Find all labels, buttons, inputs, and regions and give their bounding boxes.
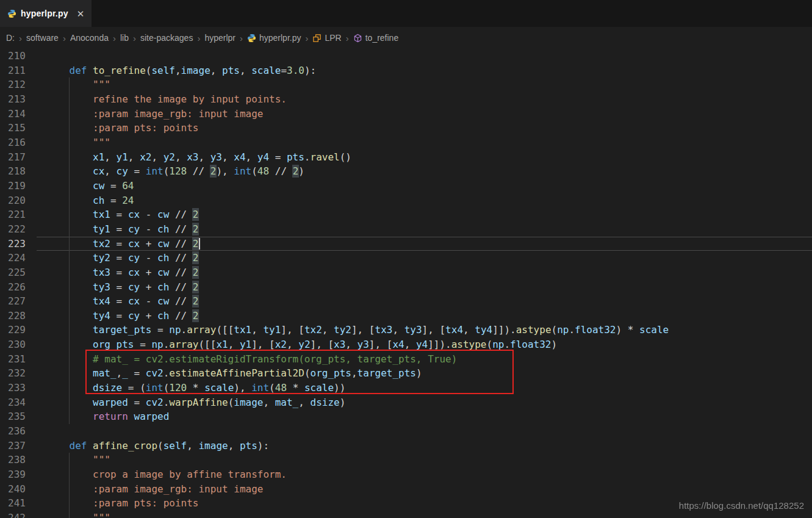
breadcrumb-label: software <box>26 33 59 43</box>
indent-guide <box>69 179 70 193</box>
line-number[interactable]: 228 <box>0 309 26 323</box>
code-line: crop a image by affine transform. <box>37 467 812 482</box>
line-number[interactable]: 226 <box>0 280 26 295</box>
watermark: https://blog.csdn.net/qq128252 <box>679 500 804 511</box>
code-line: tx3 = cx + cw // 2 <box>37 265 812 280</box>
breadcrumb-item-lpr[interactable]: LPR <box>312 33 341 43</box>
breadcrumb-item-hyperlpr[interactable]: hyperlpr <box>204 33 235 43</box>
code-line: :param image_rgb: input image <box>37 107 812 121</box>
breadcrumb-item-site-packages[interactable]: site-packages <box>140 33 193 43</box>
line-number[interactable]: 233 <box>0 381 26 395</box>
indent-guide <box>69 337 70 352</box>
indent-guide <box>69 352 70 367</box>
line-number[interactable]: 223 <box>0 237 26 251</box>
line-number[interactable]: 235 <box>0 409 26 424</box>
code-editor[interactable]: 2102112122132142152162172182192202212222… <box>0 49 812 518</box>
code-line: # mat_ = cv2.estimateRigidTransform(org_… <box>37 352 812 367</box>
tab-bar: hyperlpr.py ✕ <box>0 0 812 27</box>
line-number[interactable]: 220 <box>0 193 26 208</box>
tab-title: hyperlpr.py <box>21 9 68 18</box>
indent-guide <box>69 366 70 381</box>
code-line: :param pts: points <box>37 121 812 135</box>
code-area[interactable]: def to_refine(self,image, pts, scale=3.0… <box>37 49 812 518</box>
indent-guide <box>69 482 70 497</box>
code-line: :param image_rgb: input image <box>37 482 812 497</box>
breadcrumb-item-anoconda[interactable]: Anoconda <box>70 33 109 43</box>
code-line: dsize = (int(120 * scale), int(48 * scal… <box>37 381 812 395</box>
line-number[interactable]: 238 <box>0 453 26 467</box>
line-number[interactable]: 219 <box>0 179 26 193</box>
indent-guide <box>69 222 70 237</box>
code-line: """ <box>37 453 812 467</box>
line-number[interactable]: 211 <box>0 63 26 78</box>
line-number[interactable]: 218 <box>0 164 26 179</box>
class-icon <box>312 34 322 43</box>
line-number[interactable]: 229 <box>0 323 26 337</box>
breadcrumb-item-to-refine[interactable]: to_refine <box>353 33 398 43</box>
code-line: cx, cy = int(128 // 2), int(48 // 2) <box>37 164 812 179</box>
line-number[interactable]: 214 <box>0 107 26 121</box>
code-line: tx4 = cx - cw // 2 <box>37 294 812 309</box>
indent-guide <box>69 92 70 107</box>
breadcrumb-separator-icon: › <box>197 33 200 43</box>
breadcrumb-item-d-[interactable]: D: <box>6 33 15 43</box>
indent-guide <box>69 309 70 323</box>
indent-guide <box>69 164 70 179</box>
code-line <box>37 424 812 439</box>
code-line: def to_refine(self,image, pts, scale=3.0… <box>37 63 812 78</box>
breadcrumb-label: site-packages <box>140 33 193 43</box>
breadcrumb-item-hyperlpr-py[interactable]: hyperlpr.py <box>247 33 301 43</box>
code-line: def affine_crop(self, image, pts): <box>37 439 812 453</box>
indent-guide <box>69 107 70 121</box>
line-number[interactable]: 231 <box>0 352 26 367</box>
line-number[interactable]: 227 <box>0 294 26 309</box>
line-number[interactable]: 232 <box>0 366 26 381</box>
line-number[interactable]: 239 <box>0 467 26 482</box>
breadcrumb-separator-icon: › <box>63 33 66 43</box>
code-line: warped = cv2.warpAffine(image, mat_, dsi… <box>37 395 812 410</box>
indent-guide <box>69 467 70 482</box>
indent-guide <box>69 511 70 518</box>
breadcrumb-item-lib[interactable]: lib <box>120 33 129 43</box>
code-line: org_pts = np.array([[x1, y1], [x2, y2], … <box>37 337 812 352</box>
indent-guide <box>69 135 70 150</box>
line-number[interactable]: 215 <box>0 121 26 135</box>
line-number[interactable]: 213 <box>0 92 26 107</box>
method-icon <box>353 34 362 43</box>
line-number[interactable]: 217 <box>0 150 26 165</box>
line-number[interactable]: 212 <box>0 77 26 92</box>
code-line: cw = 64 <box>37 179 812 193</box>
code-line: """ <box>37 135 812 150</box>
indent-guide <box>69 294 70 309</box>
indent-guide <box>69 121 70 135</box>
line-number[interactable]: 234 <box>0 395 26 410</box>
code-line: """ <box>37 77 812 92</box>
line-number[interactable]: 210 <box>0 49 26 63</box>
line-number[interactable]: 242 <box>0 511 26 518</box>
line-number[interactable]: 224 <box>0 251 26 265</box>
line-number[interactable]: 222 <box>0 222 26 237</box>
line-number[interactable]: 236 <box>0 424 26 439</box>
line-number[interactable]: 221 <box>0 207 26 222</box>
code-line: tx2 = cx + cw // 2 <box>37 237 812 251</box>
code-line: return warped <box>37 409 812 424</box>
line-number[interactable]: 216 <box>0 135 26 150</box>
indent-guide <box>69 395 70 410</box>
indent-guide <box>69 496 70 511</box>
tab-hyperlpr[interactable]: hyperlpr.py ✕ <box>0 0 92 27</box>
line-number[interactable]: 237 <box>0 439 26 453</box>
text-cursor <box>199 238 200 250</box>
breadcrumb-separator-icon: › <box>346 33 349 43</box>
code-line: tx1 = cx - cw // 2 <box>37 207 812 222</box>
breadcrumb-label: Anoconda <box>70 33 109 43</box>
code-line: mat_,_ = cv2.estimateAffinePartial2D(org… <box>37 366 812 381</box>
breadcrumb-label: lib <box>120 33 129 43</box>
close-icon[interactable]: ✕ <box>77 9 85 18</box>
breadcrumb-item-software[interactable]: software <box>26 33 59 43</box>
line-number[interactable]: 225 <box>0 265 26 280</box>
gutter[interactable]: 2102112122132142152162172182192202212222… <box>0 49 37 518</box>
line-number[interactable]: 240 <box>0 482 26 497</box>
line-number[interactable]: 241 <box>0 496 26 511</box>
line-number[interactable]: 230 <box>0 337 26 352</box>
code-line: refine the image by input points. <box>37 92 812 107</box>
